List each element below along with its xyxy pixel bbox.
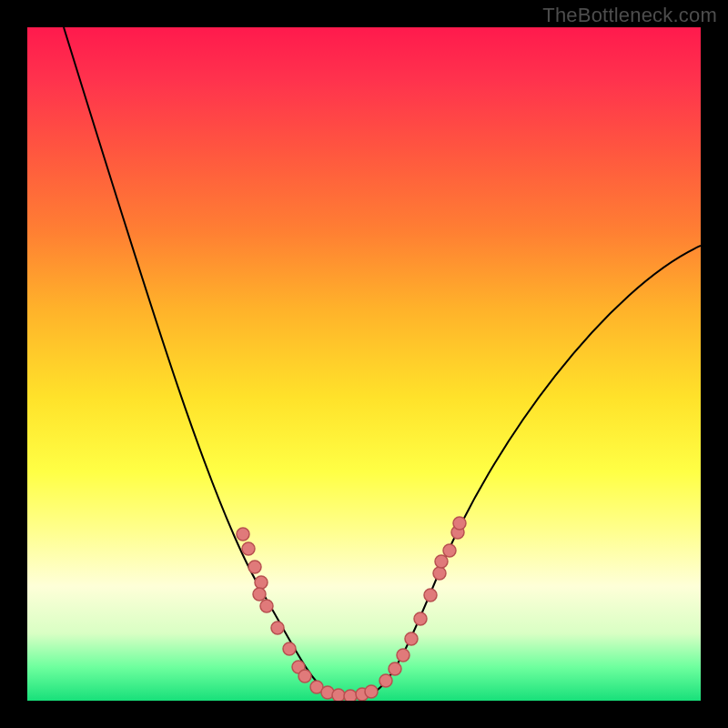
data-point <box>237 528 249 541</box>
data-point <box>443 544 456 557</box>
data-point <box>435 555 448 568</box>
data-point <box>405 632 418 645</box>
data-point <box>414 612 427 625</box>
data-point <box>424 589 437 602</box>
curve-svg <box>27 27 701 701</box>
data-point <box>298 670 311 682</box>
data-point <box>255 576 268 589</box>
data-point <box>332 689 345 701</box>
bottleneck-curve <box>64 27 701 698</box>
data-point <box>453 517 466 530</box>
data-point <box>271 622 284 634</box>
chart-frame: TheBottleneck.com <box>0 0 728 728</box>
plot-area <box>27 27 701 701</box>
data-point <box>260 600 273 612</box>
data-point <box>379 674 392 687</box>
data-point <box>397 649 410 662</box>
data-point <box>242 542 255 555</box>
data-point <box>248 561 261 573</box>
data-point <box>344 690 357 701</box>
dots-bottom-group <box>310 681 378 701</box>
data-point <box>283 642 296 655</box>
watermark-text: TheBottleneck.com <box>542 4 717 27</box>
data-point <box>253 588 266 601</box>
data-point <box>389 662 401 675</box>
data-point <box>365 685 378 698</box>
data-point <box>433 567 446 580</box>
